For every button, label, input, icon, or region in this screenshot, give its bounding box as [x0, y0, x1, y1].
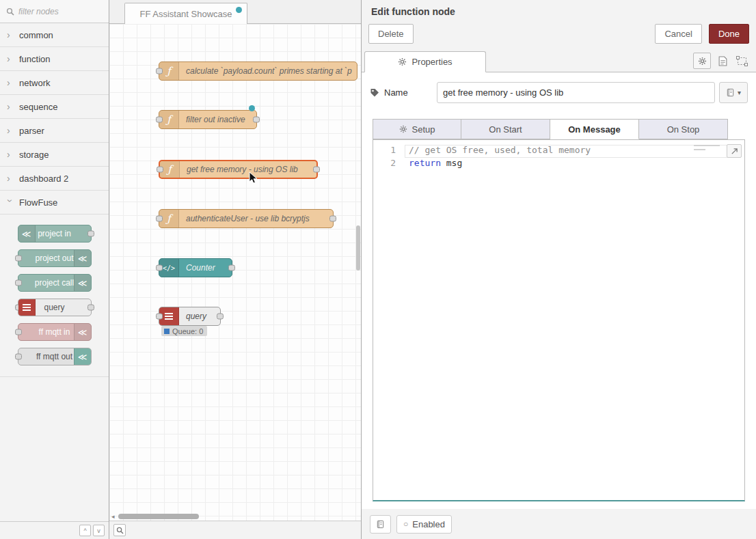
expand-editor-button[interactable] — [727, 144, 742, 158]
palette-node-project-call[interactable]: project call ≪ — [18, 274, 92, 292]
canvas-footer — [109, 521, 361, 539]
edit-dialog: Edit function node Delete Cancel Done Pr… — [361, 0, 756, 539]
palette-node-project-in[interactable]: ≪ project in — [18, 225, 92, 243]
search-input[interactable] — [18, 7, 97, 16]
palette-node-ff-mqtt-in[interactable]: ff mqtt in ≪ — [18, 323, 92, 341]
chevron-right-icon: › — [7, 102, 13, 111]
chevron-right-icon: › — [7, 126, 13, 135]
node-settings-button[interactable] — [693, 53, 711, 69]
tab-on-start[interactable]: On Start — [461, 119, 550, 139]
canvas-vertical-scrollbar[interactable] — [356, 225, 360, 271]
palette-node-project-out[interactable]: project out ≪ — [18, 249, 92, 267]
delete-button[interactable]: Delete — [368, 24, 414, 44]
status-square-icon — [164, 329, 170, 334]
output-port[interactable] — [313, 167, 320, 173]
node-appearance-button[interactable] — [735, 55, 749, 68]
tab-label: Setup — [412, 124, 435, 135]
palette-category-network[interactable]: › network — [0, 71, 109, 95]
category-label: storage — [19, 150, 49, 160]
tab-setup[interactable]: Setup — [373, 119, 461, 139]
search-icon — [6, 8, 14, 16]
library-export-button[interactable] — [370, 515, 391, 534]
palette-category-function[interactable]: › function — [0, 47, 109, 71]
gear-icon — [398, 57, 407, 66]
code-editor-content[interactable]: // get OS free, used, total memory retur… — [405, 140, 744, 500]
flow-node-counter[interactable]: </> Counter — [159, 258, 232, 277]
node-label: authenticateUser - use lib bcryptjs — [179, 214, 316, 223]
cancel-button[interactable]: Cancel — [655, 24, 701, 44]
flow-node-query[interactable]: query — [159, 307, 221, 326]
output-port[interactable] — [228, 265, 235, 271]
code-text: msg — [441, 158, 462, 168]
dialog-body: Name ▾ Setup On Start On Message — [362, 72, 756, 509]
node-description-button[interactable] — [717, 55, 729, 68]
palette-category-parser[interactable]: › parser — [0, 119, 109, 143]
palette-node-label: project in — [38, 229, 71, 238]
palette-node-query[interactable]: query — [18, 299, 92, 316]
zoom-button[interactable] — [113, 524, 126, 536]
chevron-right-icon: › — [7, 78, 13, 87]
flow-node-get-free-memory[interactable]: ƒ get free memory - using OS lib — [159, 160, 318, 179]
flow-tab-bar: FF Assistant Showcase — [109, 0, 361, 24]
tag-icon — [370, 88, 379, 98]
enabled-toggle-button[interactable]: ○ Enabled — [396, 515, 452, 534]
dialog-title: Edit function node — [362, 0, 756, 22]
palette-node-label: query — [44, 303, 64, 312]
scroll-left-icon[interactable]: ◂ — [111, 513, 115, 520]
flow-canvas[interactable]: ƒ calculate `payload.count` primes start… — [109, 24, 361, 521]
expand-arrow-icon — [731, 148, 738, 155]
palette-category-dashboard-2[interactable]: › dashboard 2 — [0, 167, 109, 191]
name-label-text: Name — [384, 87, 408, 98]
magnifier-icon — [116, 527, 124, 534]
output-port[interactable] — [217, 314, 224, 320]
input-port — [15, 329, 22, 335]
expand-all-button[interactable]: v — [93, 525, 105, 536]
output-port[interactable] — [253, 117, 260, 123]
palette-node-label: project out — [35, 253, 73, 263]
line-number-gutter: 1 2 — [373, 140, 405, 500]
horizontal-scroll-thumb[interactable] — [118, 514, 199, 519]
input-port[interactable] — [156, 68, 163, 74]
tab-on-message[interactable]: On Message — [550, 119, 639, 139]
code-comment: // get OS free, used, total memory — [409, 145, 591, 155]
palette-category-storage[interactable]: › storage — [0, 143, 109, 167]
flow-node-authenticate-user[interactable]: ƒ authenticateUser - use lib bcryptjs — [159, 209, 334, 228]
editor-minimap[interactable] — [694, 145, 723, 153]
tab-ff-assistant-showcase[interactable]: FF Assistant Showcase — [124, 3, 247, 24]
code-line: return msg — [405, 158, 744, 171]
gear-icon — [399, 125, 407, 133]
tab-on-stop[interactable]: On Stop — [639, 119, 728, 139]
flowfuse-project-icon: ≪ — [74, 275, 91, 291]
appearance-group-icon — [736, 56, 748, 66]
input-port[interactable] — [156, 216, 163, 222]
mqtt-icon: ≪ — [74, 348, 91, 365]
flowfuse-project-icon: ≪ — [18, 225, 36, 242]
mqtt-icon: ≪ — [74, 324, 91, 340]
tab-properties[interactable]: Properties — [364, 51, 486, 72]
category-label: common — [19, 30, 53, 40]
palette-node-ff-mqtt-out[interactable]: ff mqtt out ≪ — [18, 348, 92, 365]
input-port[interactable] — [156, 314, 163, 320]
chevron-right-icon: › — [7, 150, 13, 159]
node-label: get free memory - using OS lib — [180, 165, 305, 174]
input-port[interactable] — [156, 117, 163, 123]
library-button[interactable]: ▾ — [719, 82, 748, 103]
input-port[interactable] — [156, 265, 163, 271]
flow-node-calculate-primes[interactable]: ƒ calculate `payload.count` primes start… — [159, 61, 357, 81]
code-line: // get OS free, used, total memory — [405, 145, 735, 158]
tab-label: On Message — [568, 124, 621, 135]
dialog-tool-icons — [693, 53, 749, 69]
node-status-badge: Queue: 0 — [161, 326, 207, 336]
tab-label: Properties — [411, 57, 452, 67]
flow-node-filter-out-inactive[interactable]: ƒ filter out inactive — [159, 110, 257, 129]
palette-category-flowfuse[interactable]: › FlowFuse — [0, 191, 109, 215]
done-button[interactable]: Done — [709, 24, 749, 44]
collapse-all-button[interactable]: ^ — [79, 525, 91, 536]
name-input[interactable] — [437, 82, 715, 103]
flow-modified-indicator — [236, 7, 242, 13]
output-port[interactable] — [329, 216, 336, 222]
palette-category-sequence[interactable]: › sequence — [0, 95, 109, 119]
palette-category-common[interactable]: › common — [0, 23, 109, 47]
input-port[interactable] — [157, 167, 163, 173]
caret-down-icon: ▾ — [738, 89, 741, 96]
